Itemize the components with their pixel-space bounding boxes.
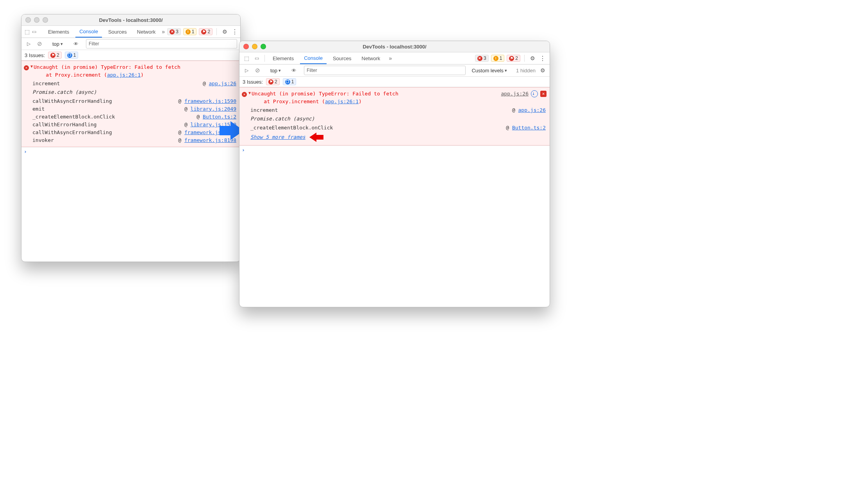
clear-console-icon[interactable]	[36, 40, 43, 48]
log-levels-selector[interactable]: Custom levels	[469, 67, 510, 74]
source-link[interactable]: Button.ts:2	[203, 114, 236, 120]
error-entry: ✕ ▼ Uncaught (in promise) TypeError: Fai…	[21, 61, 240, 147]
context-selector[interactable]: top	[50, 40, 66, 48]
stack-frame: callWithAsyncErrorHandling@ framework.js…	[32, 97, 236, 105]
restart-frame-icon[interactable]	[531, 90, 538, 97]
source-link[interactable]: app.js:26	[518, 107, 546, 113]
filter-input[interactable]: Filter	[86, 39, 237, 48]
issues-label: 3 Issues:	[25, 52, 45, 58]
tab-elements[interactable]: Elements	[44, 26, 73, 38]
show-more-frames-link[interactable]: Show 5 more frames	[239, 132, 305, 143]
execution-context-icon[interactable]	[243, 66, 250, 74]
window-titlebar: DevTools - localhost:3000/	[239, 41, 550, 52]
error-icon: ✕	[242, 92, 247, 97]
disclosure-triangle-icon[interactable]: ▼	[248, 90, 251, 96]
stack-frame: callWithErrorHandling@ library.js:1580	[32, 121, 236, 129]
issues-flag-chip[interactable]: ⚑2	[507, 55, 520, 62]
kebab-menu-icon[interactable]	[231, 28, 239, 36]
traffic-light-close-icon[interactable]	[25, 17, 31, 23]
callout-arrow-icon	[309, 133, 316, 142]
source-link[interactable]: app.js:26:1	[325, 99, 359, 104]
stack-frame: increment @ app.js:26	[250, 106, 546, 114]
traffic-light-minimize-icon[interactable]	[252, 44, 257, 49]
tab-elements[interactable]: Elements	[269, 52, 298, 64]
tab-sources[interactable]: Sources	[329, 52, 355, 64]
console-prompt[interactable]: ›	[21, 147, 240, 156]
source-location-link[interactable]: app.js:26	[501, 90, 529, 98]
tab-network[interactable]: Network	[358, 52, 384, 64]
clear-console-icon[interactable]	[254, 66, 261, 74]
traffic-light-zoom-icon[interactable]	[261, 44, 266, 49]
kebab-menu-icon[interactable]	[539, 54, 547, 62]
dismiss-error-icon[interactable]: ✕	[540, 91, 547, 97]
issues-bar[interactable]: 3 Issues: ⚑2 ❐1	[239, 77, 550, 87]
tab-network[interactable]: Network	[133, 26, 160, 38]
errors-chip[interactable]: ✕3	[475, 55, 489, 62]
error-entry: ✕ ▼ Uncaught (in promise) TypeError: Fai…	[239, 87, 550, 145]
console-settings-icon[interactable]	[539, 66, 547, 74]
error-message: Uncaught (in promise) TypeError: Failed …	[34, 63, 237, 79]
inspect-element-icon[interactable]	[243, 54, 250, 62]
disclosure-triangle-icon[interactable]: ▼	[30, 63, 33, 70]
settings-icon[interactable]	[221, 28, 229, 36]
traffic-light-minimize-icon[interactable]	[34, 17, 39, 23]
stack-frame: _createElementBlock.onClick@ Button.ts:2	[32, 113, 236, 121]
error-message: Uncaught (in promise) TypeError: Failed …	[252, 90, 501, 106]
errors-chip[interactable]: ✕3	[167, 28, 181, 35]
console-output: ✕ ▼ Uncaught (in promise) TypeError: Fai…	[21, 61, 240, 156]
async-separator: Promise.catch (async)	[32, 88, 236, 97]
source-link[interactable]: library.js:2049	[191, 106, 236, 112]
window-title: DevTools - localhost:3000/	[21, 17, 240, 23]
context-selector[interactable]: top	[268, 67, 284, 74]
console-output: ✕ ▼ Uncaught (in promise) TypeError: Fai…	[239, 87, 550, 154]
inspect-element-icon[interactable]	[25, 28, 30, 36]
filter-input[interactable]: Filter	[304, 66, 466, 75]
issues-flag-chip[interactable]: ⚑2	[199, 28, 213, 35]
warnings-chip[interactable]: !1	[491, 55, 505, 62]
device-toggle-icon[interactable]	[253, 54, 261, 62]
source-link[interactable]: app.js:26:1	[107, 72, 141, 78]
devtools-tabbar: Elements Console Sources Network ✕3 !1 ⚑…	[239, 52, 550, 65]
source-link[interactable]: framework.js:1590	[184, 98, 236, 104]
tab-console[interactable]: Console	[75, 26, 102, 38]
issues-label: 3 Issues:	[243, 79, 263, 85]
devtools-tabbar: Elements Console Sources Network ✕3 !1 ⚑…	[21, 26, 240, 38]
source-link[interactable]: Button.ts:2	[512, 125, 546, 131]
settings-icon[interactable]	[529, 54, 536, 62]
live-expression-icon[interactable]	[290, 66, 298, 74]
warnings-chip[interactable]: !1	[183, 28, 197, 35]
source-link[interactable]: app.js:26	[209, 81, 236, 86]
traffic-light-close-icon[interactable]	[243, 44, 249, 49]
error-icon: ✕	[24, 65, 29, 70]
stack-frame: callWithAsyncErrorHandling@ framework.js…	[32, 129, 236, 136]
execution-context-icon[interactable]	[25, 40, 32, 48]
stack-frame: emit@ library.js:2049	[32, 105, 236, 113]
source-link[interactable]: framework.js:8198	[184, 137, 236, 143]
console-toolbar: top Filter	[21, 38, 240, 50]
traffic-light-zoom-icon[interactable]	[43, 17, 48, 23]
async-separator: Promise.catch (async)	[250, 114, 546, 124]
device-toggle-icon[interactable]	[32, 28, 36, 36]
console-toolbar: top Filter Custom levels 1 hidden	[239, 65, 550, 77]
more-tabs-icon[interactable]	[162, 28, 165, 36]
stack-frame: _createElementBlock.onClick @ Button.ts:…	[250, 124, 546, 132]
console-prompt[interactable]: ›	[239, 145, 550, 154]
window-title: DevTools - localhost:3000/	[239, 44, 550, 50]
issues-bar[interactable]: 3 Issues: ⚑2 ❐1	[21, 50, 240, 61]
hidden-count[interactable]: 1 hidden	[516, 68, 536, 74]
stack-frame: increment @ app.js:26	[32, 80, 236, 88]
stack-frame: invoker@ framework.js:8198	[32, 136, 236, 144]
live-expression-icon[interactable]	[72, 40, 80, 48]
tab-sources[interactable]: Sources	[104, 26, 131, 38]
window-titlebar: DevTools - localhost:3000/	[21, 14, 240, 26]
more-tabs-icon[interactable]	[386, 54, 394, 62]
tab-console[interactable]: Console	[300, 52, 327, 64]
